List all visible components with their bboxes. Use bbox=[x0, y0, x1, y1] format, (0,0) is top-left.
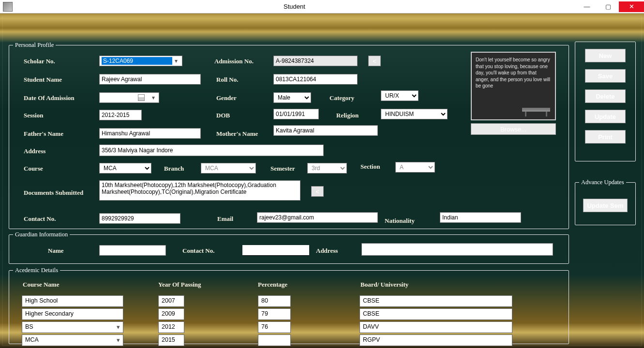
academic-legend: Acedemic Details bbox=[13, 267, 60, 274]
documents-textarea[interactable]: 10th Marksheet(Photocopy),12th Marksheet… bbox=[99, 180, 300, 201]
semester-label: Semester bbox=[270, 165, 295, 173]
religion-select[interactable]: HINDUISM bbox=[381, 109, 448, 119]
table-cell[interactable]: 2007 bbox=[158, 295, 184, 307]
guardian-address-label: Address bbox=[316, 247, 338, 255]
table-cell[interactable] bbox=[258, 334, 291, 346]
academic-head-board: Board/ University bbox=[360, 281, 408, 289]
doa-datepicker[interactable]: 10/Aug/2012 ▾ bbox=[99, 92, 159, 103]
advance-legend: Advance Updates bbox=[579, 179, 626, 186]
guardian-contact-input[interactable] bbox=[242, 245, 309, 256]
photo-quote: Don't let yourself become so angry that … bbox=[476, 57, 551, 89]
gender-label: Gender bbox=[216, 94, 237, 102]
student-name-input[interactable] bbox=[99, 74, 201, 85]
guardian-group: Guardian Information Name Contact No. Ad… bbox=[9, 231, 569, 264]
table-cell[interactable]: Higher Secondary bbox=[22, 308, 123, 320]
update-sem-button[interactable]: Update Sem bbox=[583, 199, 628, 212]
admission-no-input[interactable] bbox=[273, 56, 358, 66]
branch-label: Branch bbox=[164, 165, 184, 173]
nationality-label: Nationality bbox=[385, 217, 415, 225]
table-cell[interactable]: RGPV bbox=[359, 334, 512, 346]
email-input[interactable] bbox=[257, 212, 378, 223]
browse-button[interactable]: Browse... bbox=[471, 123, 556, 135]
documents-label: Documents Submitted bbox=[24, 189, 83, 197]
table-row: High School200780CBSE bbox=[22, 295, 556, 307]
contact-no-input[interactable] bbox=[99, 213, 180, 224]
academic-head-percent: Percentage bbox=[258, 281, 287, 289]
table-cell[interactable]: 2012 bbox=[158, 321, 184, 333]
course-cell-select[interactable]: MCA bbox=[22, 334, 123, 346]
category-select[interactable]: UR/X bbox=[381, 90, 419, 101]
print-button[interactable]: Print bbox=[585, 130, 626, 144]
session-label: Session bbox=[24, 112, 43, 119]
personal-profile-group: Personal Profile Scholar No. S-12CA069 ▾… bbox=[9, 42, 569, 229]
contact-no-label: Contact No. bbox=[24, 215, 56, 223]
maximize-button[interactable]: ▢ bbox=[598, 1, 619, 12]
table-cell[interactable]: 80 bbox=[258, 295, 291, 307]
course-label: Course bbox=[24, 165, 43, 173]
personal-legend: Personal Profile bbox=[13, 42, 56, 49]
dob-label: DOB bbox=[216, 112, 230, 119]
table-cell[interactable]: 76 bbox=[258, 321, 291, 333]
minimize-button[interactable]: — bbox=[576, 1, 598, 12]
guardian-name-label: Name bbox=[48, 247, 64, 255]
doa-value: 10/Aug/2012 bbox=[101, 94, 134, 101]
save-button[interactable]: Save bbox=[585, 69, 626, 83]
student-name-label: Student Name bbox=[24, 76, 62, 84]
section-select[interactable]: A bbox=[395, 162, 435, 173]
table-cell[interactable]: CBSE bbox=[359, 308, 512, 320]
branch-select[interactable]: MCA bbox=[201, 163, 256, 174]
dob-input[interactable] bbox=[273, 109, 319, 119]
table-cell[interactable]: 2009 bbox=[158, 308, 184, 320]
window-title: Student bbox=[13, 3, 576, 10]
titlebar: Student — ▢ ✕ bbox=[0, 0, 644, 14]
guardian-legend: Guardian Information bbox=[13, 231, 70, 238]
father-name-label: Father's Name bbox=[24, 130, 63, 138]
student-photo: Don't let yourself become so angry that … bbox=[471, 52, 556, 120]
admission-lookup-button[interactable]: < bbox=[368, 56, 381, 66]
table-row: BS201276DAVV bbox=[22, 321, 556, 333]
table-row: Higher Secondary200979CBSE bbox=[22, 308, 556, 320]
table-cell[interactable]: 79 bbox=[258, 308, 291, 320]
update-button[interactable]: Update bbox=[585, 110, 626, 123]
address-label: Address bbox=[24, 147, 45, 155]
calendar-icon bbox=[138, 94, 145, 101]
scholar-no-label: Scholar No. bbox=[24, 58, 55, 65]
app-icon bbox=[3, 2, 13, 12]
category-label: Category bbox=[329, 94, 354, 102]
nationality-input[interactable] bbox=[440, 212, 521, 223]
close-button[interactable]: ✕ bbox=[619, 1, 644, 12]
religion-label: Religion bbox=[336, 112, 359, 119]
academic-head-year: Year Of Passing bbox=[158, 281, 201, 289]
session-input[interactable] bbox=[99, 110, 142, 120]
section-label: Section bbox=[360, 163, 380, 171]
delete-button[interactable]: Delete bbox=[585, 89, 626, 103]
doa-label: Date Of Admission bbox=[24, 94, 75, 102]
course-select[interactable]: MCA bbox=[99, 163, 151, 174]
admission-no-label: Admission No. bbox=[214, 58, 254, 65]
mother-name-label: Mother's Name bbox=[216, 130, 258, 138]
email-label: Email bbox=[217, 215, 233, 223]
guardian-name-input[interactable] bbox=[99, 245, 166, 256]
address-input[interactable] bbox=[99, 145, 324, 156]
app-surface: Personal Profile Scholar No. S-12CA069 ▾… bbox=[0, 14, 644, 348]
table-cell[interactable]: CBSE bbox=[359, 295, 512, 307]
bench-icon bbox=[522, 103, 550, 116]
table-cell[interactable]: High School bbox=[22, 295, 123, 307]
documents-lookup-button[interactable]: < bbox=[311, 186, 324, 197]
academic-group: Acedemic Details Course Name Year Of Pas… bbox=[9, 267, 569, 344]
father-name-input[interactable] bbox=[99, 128, 201, 139]
action-panel: New Save Delete Update Print bbox=[575, 42, 636, 161]
guardian-contact-label: Contact No. bbox=[182, 247, 214, 255]
table-row: MCA2015RGPV bbox=[22, 334, 556, 346]
mother-name-input[interactable] bbox=[273, 125, 378, 136]
advance-updates-panel: Advance Updates Update Sem bbox=[575, 179, 636, 225]
semester-select[interactable]: 3rd bbox=[307, 163, 347, 174]
scholar-no-combo[interactable]: S-12CA069 ▾ bbox=[99, 56, 182, 66]
gender-select[interactable]: Male bbox=[273, 92, 311, 103]
new-button[interactable]: New bbox=[585, 49, 626, 62]
guardian-address-input[interactable] bbox=[361, 243, 553, 256]
course-cell-select[interactable]: BS bbox=[22, 321, 123, 333]
table-cell[interactable]: 2015 bbox=[158, 334, 184, 346]
roll-no-input[interactable] bbox=[273, 74, 358, 85]
table-cell[interactable]: DAVV bbox=[359, 321, 512, 333]
